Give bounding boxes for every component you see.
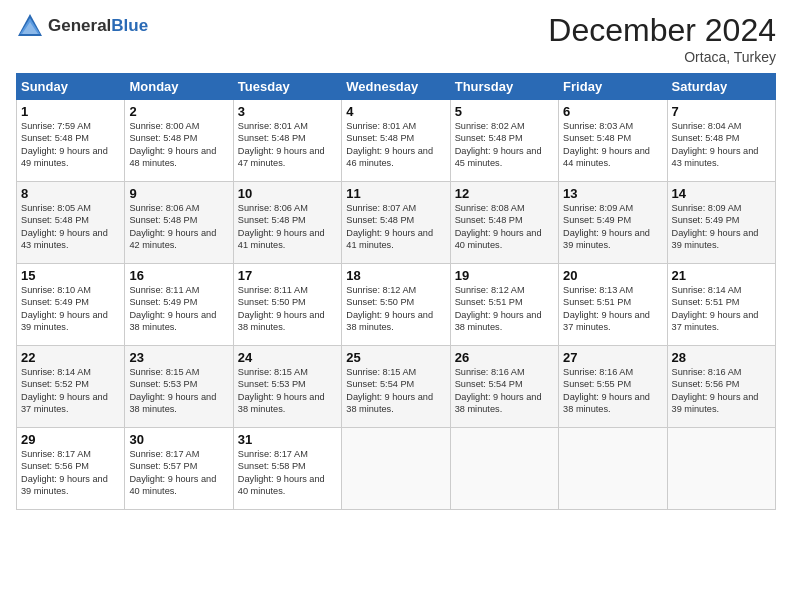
day-number: 10 [238,186,337,201]
week-row-3: 15Sunrise: 8:10 AMSunset: 5:49 PMDayligh… [17,264,776,346]
calendar-cell: 18Sunrise: 8:12 AMSunset: 5:50 PMDayligh… [342,264,450,346]
day-header-wednesday: Wednesday [342,74,450,100]
calendar-cell: 25Sunrise: 8:15 AMSunset: 5:54 PMDayligh… [342,346,450,428]
calendar-cell [667,428,775,510]
calendar-cell: 28Sunrise: 8:16 AMSunset: 5:56 PMDayligh… [667,346,775,428]
cell-text: Sunrise: 8:16 AMSunset: 5:55 PMDaylight:… [563,367,650,414]
cell-text: Sunrise: 8:16 AMSunset: 5:54 PMDaylight:… [455,367,542,414]
cell-text: Sunrise: 8:15 AMSunset: 5:54 PMDaylight:… [346,367,433,414]
cell-text: Sunrise: 8:12 AMSunset: 5:50 PMDaylight:… [346,285,433,332]
cell-text: Sunrise: 8:09 AMSunset: 5:49 PMDaylight:… [563,203,650,250]
calendar-cell: 9Sunrise: 8:06 AMSunset: 5:48 PMDaylight… [125,182,233,264]
title-block: December 2024 Ortaca, Turkey [548,12,776,65]
cell-text: Sunrise: 8:12 AMSunset: 5:51 PMDaylight:… [455,285,542,332]
week-row-2: 8Sunrise: 8:05 AMSunset: 5:48 PMDaylight… [17,182,776,264]
calendar-cell: 7Sunrise: 8:04 AMSunset: 5:48 PMDaylight… [667,100,775,182]
calendar-cell: 16Sunrise: 8:11 AMSunset: 5:49 PMDayligh… [125,264,233,346]
cell-text: Sunrise: 8:15 AMSunset: 5:53 PMDaylight:… [238,367,325,414]
calendar-cell: 11Sunrise: 8:07 AMSunset: 5:48 PMDayligh… [342,182,450,264]
day-number: 1 [21,104,120,119]
calendar-cell: 12Sunrise: 8:08 AMSunset: 5:48 PMDayligh… [450,182,558,264]
header-row: SundayMondayTuesdayWednesdayThursdayFrid… [17,74,776,100]
day-number: 31 [238,432,337,447]
cell-text: Sunrise: 8:00 AMSunset: 5:48 PMDaylight:… [129,121,216,168]
day-number: 14 [672,186,771,201]
calendar-cell: 3Sunrise: 8:01 AMSunset: 5:48 PMDaylight… [233,100,341,182]
calendar-cell: 15Sunrise: 8:10 AMSunset: 5:49 PMDayligh… [17,264,125,346]
calendar-cell [450,428,558,510]
day-number: 29 [21,432,120,447]
calendar-cell: 4Sunrise: 8:01 AMSunset: 5:48 PMDaylight… [342,100,450,182]
logo-blue-text: Blue [111,16,148,35]
calendar-cell: 31Sunrise: 8:17 AMSunset: 5:58 PMDayligh… [233,428,341,510]
calendar-cell: 10Sunrise: 8:06 AMSunset: 5:48 PMDayligh… [233,182,341,264]
calendar-cell: 5Sunrise: 8:02 AMSunset: 5:48 PMDaylight… [450,100,558,182]
calendar-cell [342,428,450,510]
calendar-cell: 26Sunrise: 8:16 AMSunset: 5:54 PMDayligh… [450,346,558,428]
calendar-cell: 6Sunrise: 8:03 AMSunset: 5:48 PMDaylight… [559,100,667,182]
day-header-saturday: Saturday [667,74,775,100]
day-header-sunday: Sunday [17,74,125,100]
cell-text: Sunrise: 8:06 AMSunset: 5:48 PMDaylight:… [238,203,325,250]
day-number: 3 [238,104,337,119]
day-header-thursday: Thursday [450,74,558,100]
day-number: 8 [21,186,120,201]
cell-text: Sunrise: 8:01 AMSunset: 5:48 PMDaylight:… [238,121,325,168]
calendar-cell: 13Sunrise: 8:09 AMSunset: 5:49 PMDayligh… [559,182,667,264]
cell-text: Sunrise: 8:07 AMSunset: 5:48 PMDaylight:… [346,203,433,250]
day-header-monday: Monday [125,74,233,100]
day-number: 23 [129,350,228,365]
day-number: 11 [346,186,445,201]
calendar-cell: 30Sunrise: 8:17 AMSunset: 5:57 PMDayligh… [125,428,233,510]
day-number: 26 [455,350,554,365]
cell-text: Sunrise: 8:09 AMSunset: 5:49 PMDaylight:… [672,203,759,250]
header: GeneralBlue December 2024 Ortaca, Turkey [16,12,776,65]
calendar-cell: 19Sunrise: 8:12 AMSunset: 5:51 PMDayligh… [450,264,558,346]
month-title: December 2024 [548,12,776,49]
cell-text: Sunrise: 8:16 AMSunset: 5:56 PMDaylight:… [672,367,759,414]
logo: GeneralBlue [16,12,148,40]
day-number: 13 [563,186,662,201]
calendar-cell: 24Sunrise: 8:15 AMSunset: 5:53 PMDayligh… [233,346,341,428]
logo-text: GeneralBlue [48,17,148,36]
cell-text: Sunrise: 7:59 AMSunset: 5:48 PMDaylight:… [21,121,108,168]
cell-text: Sunrise: 8:15 AMSunset: 5:53 PMDaylight:… [129,367,216,414]
day-number: 7 [672,104,771,119]
day-number: 25 [346,350,445,365]
day-number: 9 [129,186,228,201]
week-row-1: 1Sunrise: 7:59 AMSunset: 5:48 PMDaylight… [17,100,776,182]
calendar-container: GeneralBlue December 2024 Ortaca, Turkey… [0,0,792,612]
cell-text: Sunrise: 8:17 AMSunset: 5:58 PMDaylight:… [238,449,325,496]
day-number: 5 [455,104,554,119]
calendar-cell: 22Sunrise: 8:14 AMSunset: 5:52 PMDayligh… [17,346,125,428]
cell-text: Sunrise: 8:08 AMSunset: 5:48 PMDaylight:… [455,203,542,250]
calendar-cell: 8Sunrise: 8:05 AMSunset: 5:48 PMDaylight… [17,182,125,264]
day-number: 16 [129,268,228,283]
calendar-cell [559,428,667,510]
calendar-table: SundayMondayTuesdayWednesdayThursdayFrid… [16,73,776,510]
cell-text: Sunrise: 8:17 AMSunset: 5:56 PMDaylight:… [21,449,108,496]
calendar-cell: 14Sunrise: 8:09 AMSunset: 5:49 PMDayligh… [667,182,775,264]
day-number: 2 [129,104,228,119]
day-header-tuesday: Tuesday [233,74,341,100]
calendar-cell: 20Sunrise: 8:13 AMSunset: 5:51 PMDayligh… [559,264,667,346]
day-number: 28 [672,350,771,365]
day-number: 22 [21,350,120,365]
cell-text: Sunrise: 8:11 AMSunset: 5:50 PMDaylight:… [238,285,325,332]
day-number: 15 [21,268,120,283]
calendar-cell: 27Sunrise: 8:16 AMSunset: 5:55 PMDayligh… [559,346,667,428]
calendar-cell: 2Sunrise: 8:00 AMSunset: 5:48 PMDaylight… [125,100,233,182]
calendar-cell: 23Sunrise: 8:15 AMSunset: 5:53 PMDayligh… [125,346,233,428]
location: Ortaca, Turkey [548,49,776,65]
week-row-5: 29Sunrise: 8:17 AMSunset: 5:56 PMDayligh… [17,428,776,510]
day-number: 4 [346,104,445,119]
cell-text: Sunrise: 8:02 AMSunset: 5:48 PMDaylight:… [455,121,542,168]
cell-text: Sunrise: 8:14 AMSunset: 5:51 PMDaylight:… [672,285,759,332]
day-number: 30 [129,432,228,447]
day-number: 21 [672,268,771,283]
logo-icon [16,12,44,40]
calendar-cell: 1Sunrise: 7:59 AMSunset: 5:48 PMDaylight… [17,100,125,182]
calendar-cell: 29Sunrise: 8:17 AMSunset: 5:56 PMDayligh… [17,428,125,510]
cell-text: Sunrise: 8:05 AMSunset: 5:48 PMDaylight:… [21,203,108,250]
week-row-4: 22Sunrise: 8:14 AMSunset: 5:52 PMDayligh… [17,346,776,428]
